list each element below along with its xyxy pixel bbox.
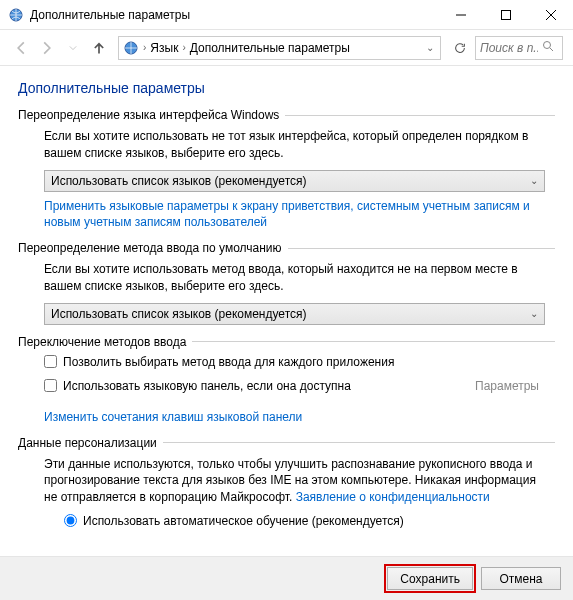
language-bar-label: Использовать языковую панель, если она д… [63, 379, 351, 393]
svg-point-6 [544, 42, 551, 49]
maximize-button[interactable] [483, 0, 528, 29]
auto-learning-label: Использовать автоматическое обучение (ре… [83, 514, 404, 528]
search-field[interactable] [480, 41, 538, 55]
breadcrumb-current[interactable]: Дополнительные параметры [190, 41, 350, 55]
search-icon [542, 40, 554, 55]
chevron-right-icon: › [182, 42, 185, 53]
breadcrumb-root[interactable]: Язык [150, 41, 178, 55]
group-header: Переопределение языка интерфейса Windows [18, 108, 279, 122]
group-description: Если вы хотите использовать метод ввода,… [44, 261, 545, 295]
footer: Сохранить Отмена [0, 556, 573, 600]
per-app-label: Позволить выбирать метод ввода для каждо… [63, 355, 394, 369]
group-description: Эти данные используются, только чтобы ул… [44, 456, 545, 506]
group-ui-language: Переопределение языка интерфейса Windows… [18, 108, 555, 231]
recent-dropdown[interactable] [62, 37, 84, 59]
ui-language-combo[interactable]: Использовать список языков (рекомендуетс… [44, 170, 545, 192]
group-switching: Переключение методов ввода Позволить выб… [18, 335, 555, 426]
parameters-link[interactable]: Параметры [475, 379, 545, 393]
up-button[interactable] [88, 37, 110, 59]
chevron-right-icon: › [143, 42, 146, 53]
save-button[interactable]: Сохранить [387, 567, 473, 590]
page-title: Дополнительные параметры [18, 80, 555, 96]
refresh-button[interactable] [449, 37, 471, 59]
window-title: Дополнительные параметры [30, 8, 438, 22]
group-header: Данные персонализации [18, 436, 157, 450]
breadcrumb[interactable]: › Язык › Дополнительные параметры ⌄ [118, 36, 441, 60]
combo-value: Использовать список языков (рекомендуетс… [51, 307, 530, 321]
language-bar-checkbox[interactable] [44, 379, 57, 392]
forward-button[interactable] [36, 37, 58, 59]
chevron-down-icon: ⌄ [530, 308, 538, 319]
app-icon [8, 7, 24, 23]
apply-to-welcome-link[interactable]: Применить языковые параметры к экрану пр… [44, 198, 545, 232]
content-area: Дополнительные параметры Переопределение… [0, 66, 573, 556]
close-button[interactable] [528, 0, 573, 29]
input-method-combo[interactable]: Использовать список языков (рекомендуетс… [44, 303, 545, 325]
auto-learning-radio[interactable] [64, 514, 77, 527]
back-button[interactable] [10, 37, 32, 59]
combo-value: Использовать список языков (рекомендуетс… [51, 174, 530, 188]
privacy-link[interactable]: Заявление о конфиденциальности [296, 489, 490, 506]
per-app-checkbox[interactable] [44, 355, 57, 368]
title-bar: Дополнительные параметры [0, 0, 573, 30]
globe-icon [123, 40, 139, 56]
hotkeys-link[interactable]: Изменить сочетания клавиш языковой панел… [44, 409, 302, 426]
chevron-down-icon: ⌄ [530, 175, 538, 186]
group-personalization: Данные персонализации Эти данные использ… [18, 436, 555, 528]
group-input-method: Переопределение метода ввода по умолчани… [18, 241, 555, 325]
group-header: Переопределение метода ввода по умолчани… [18, 241, 282, 255]
nav-bar: › Язык › Дополнительные параметры ⌄ [0, 30, 573, 66]
chevron-down-icon[interactable]: ⌄ [424, 42, 436, 53]
svg-rect-2 [501, 10, 510, 19]
cancel-button[interactable]: Отмена [481, 567, 561, 590]
svg-line-7 [550, 48, 553, 51]
group-header: Переключение методов ввода [18, 335, 186, 349]
minimize-button[interactable] [438, 0, 483, 29]
group-description: Если вы хотите использовать не тот язык … [44, 128, 545, 162]
search-input[interactable] [475, 36, 563, 60]
